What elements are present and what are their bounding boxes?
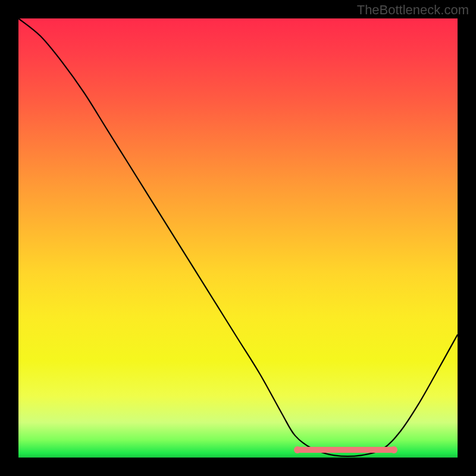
curve-svg [18, 18, 458, 458]
curve-path [18, 18, 458, 456]
watermark-text: TheBottleneck.com [357, 2, 469, 18]
plot-area [18, 18, 458, 458]
highlight-band [295, 447, 396, 453]
